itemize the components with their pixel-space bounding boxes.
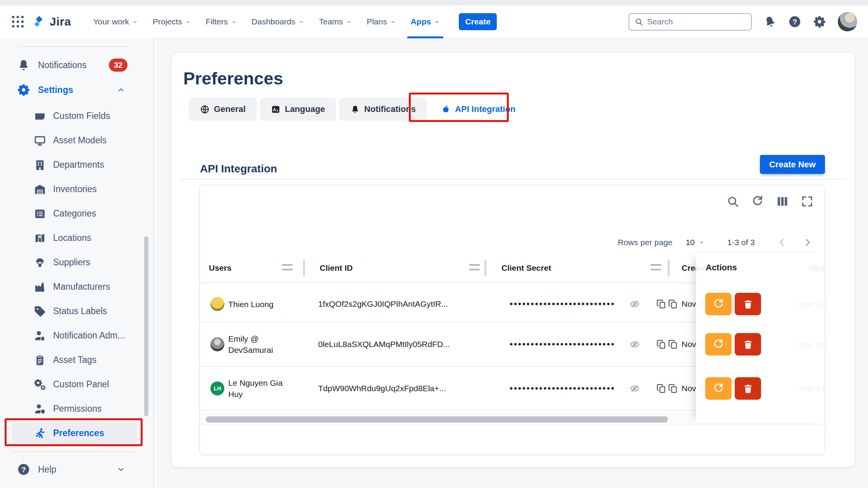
nav-item-apps[interactable]: Apps bbox=[403, 5, 448, 38]
nav-item-plans[interactable]: Plans bbox=[359, 5, 403, 38]
sidebar-item-notifications[interactable]: Notifications 32 bbox=[12, 54, 137, 76]
sidebar-item-manufacturers[interactable]: Manufacturers bbox=[12, 275, 137, 299]
sidebar-item-locations[interactable]: Locations bbox=[12, 226, 137, 250]
translate-icon: Az bbox=[271, 105, 281, 114]
app-switcher-icon[interactable] bbox=[11, 15, 25, 29]
delete-key-button[interactable] bbox=[735, 293, 761, 315]
column-header-client-secret[interactable]: Client Secret bbox=[501, 253, 551, 282]
sidebar-scrollbar[interactable] bbox=[144, 236, 148, 416]
client-id-value: 0leLuL8aSXQLAMqPMtIly05RdFD... bbox=[318, 340, 450, 349]
chevron-down-icon bbox=[298, 19, 304, 25]
sidebar-item-permissions[interactable]: Permissions bbox=[12, 397, 137, 421]
chevron-down-icon bbox=[434, 19, 440, 25]
eye-off-icon[interactable] bbox=[629, 299, 640, 309]
settings-gear-icon[interactable] bbox=[813, 15, 826, 28]
help-icon[interactable]: ? bbox=[788, 15, 801, 28]
view-columns-icon[interactable] bbox=[776, 195, 789, 208]
column-drag-handle-icon[interactable] bbox=[651, 264, 661, 270]
sidebar-item-custom-fields[interactable]: Custom Fields bbox=[12, 104, 137, 128]
tab-language[interactable]: Az Language bbox=[260, 98, 336, 120]
column-header-client-id[interactable]: Client ID bbox=[320, 253, 353, 282]
column-header-users[interactable]: Users bbox=[209, 253, 231, 282]
copy-client-secret-icon[interactable] bbox=[656, 299, 666, 309]
regenerate-key-button[interactable] bbox=[705, 333, 732, 356]
regenerate-key-button[interactable] bbox=[705, 293, 732, 315]
column-drag-handle-icon[interactable] bbox=[282, 264, 293, 270]
window-top-strip bbox=[0, 0, 868, 5]
copy-client-id-icon[interactable] bbox=[668, 339, 678, 349]
tab-api-integration[interactable]: API Integration bbox=[430, 98, 526, 120]
sidebar-item-notification-admins[interactable]: Notification Adm... bbox=[12, 323, 137, 348]
chevron-up-icon bbox=[114, 83, 127, 96]
search-input[interactable] bbox=[647, 17, 746, 26]
nav-item-your-work[interactable]: Your work bbox=[86, 5, 145, 38]
delete-key-button[interactable] bbox=[735, 333, 761, 356]
client-secret-mask: ••••••••••••••••••••••••• bbox=[510, 383, 615, 394]
create-button[interactable]: Create bbox=[459, 13, 497, 30]
fullscreen-icon[interactable] bbox=[801, 195, 814, 208]
jira-logo-icon bbox=[32, 14, 46, 29]
row-actions bbox=[705, 333, 761, 356]
navbar-right: ? bbox=[629, 12, 857, 31]
sidebar-item-suppliers[interactable]: Suppliers bbox=[12, 250, 137, 275]
jira-logo[interactable]: Jira bbox=[32, 14, 71, 29]
copy-client-id-icon[interactable] bbox=[668, 299, 678, 309]
next-page-icon[interactable] bbox=[802, 237, 813, 248]
monitor-icon bbox=[34, 134, 46, 147]
sidebar-item-inventories[interactable]: Inventories bbox=[12, 177, 137, 201]
column-header-actions: Actions bbox=[706, 263, 737, 273]
global-search[interactable] bbox=[629, 13, 752, 31]
table-toolbar bbox=[726, 195, 814, 208]
preferences-tabs: General Az Language Notifications API In… bbox=[189, 98, 527, 120]
search-icon[interactable] bbox=[726, 195, 739, 208]
refresh-icon[interactable] bbox=[751, 195, 764, 208]
sidebar-item-preferences[interactable]: Preferences bbox=[12, 421, 137, 445]
building-icon bbox=[34, 159, 46, 171]
app-root: Jira Your work Projects Filters Dashboar… bbox=[0, 0, 868, 488]
sidebar-item-settings[interactable]: Settings bbox=[12, 79, 137, 101]
sidebar-item-asset-models[interactable]: Asset Models bbox=[12, 128, 137, 153]
notifications-bell-icon[interactable] bbox=[763, 15, 777, 28]
person-shield-icon bbox=[34, 403, 46, 415]
sidebar-item-departments[interactable]: Departments bbox=[12, 153, 137, 177]
tab-notifications[interactable]: Notifications bbox=[339, 98, 427, 120]
page-title: Preferences bbox=[183, 69, 283, 89]
tab-general[interactable]: General bbox=[189, 98, 257, 120]
regenerate-key-button[interactable] bbox=[705, 377, 732, 400]
previous-page-icon[interactable] bbox=[777, 237, 787, 248]
horizontal-scrollbar-thumb[interactable] bbox=[206, 416, 668, 423]
nav-item-dashboards[interactable]: Dashboards bbox=[244, 5, 312, 38]
nav-item-projects[interactable]: Projects bbox=[145, 5, 198, 38]
nav-item-teams[interactable]: Teams bbox=[312, 5, 359, 38]
column-drag-handle-icon[interactable] bbox=[469, 264, 480, 270]
sidebar-item-status-labels[interactable]: Status Labels bbox=[12, 299, 137, 323]
sidebar-item-asset-tags[interactable]: Asset Tags bbox=[12, 348, 137, 372]
rows-per-page-select[interactable]: 10 bbox=[685, 238, 704, 247]
delete-key-button[interactable] bbox=[735, 377, 761, 400]
nav-item-filters[interactable]: Filters bbox=[198, 5, 244, 38]
copy-client-secret-icon[interactable] bbox=[656, 383, 666, 393]
actions-pinned-column: Actions bbox=[696, 253, 825, 423]
sidebar-item-categories[interactable]: Categories bbox=[12, 201, 137, 226]
copy-client-secret-icon[interactable] bbox=[656, 339, 666, 349]
sidebar-divider bbox=[19, 46, 128, 47]
user-avatar[interactable] bbox=[838, 12, 857, 31]
list-icon bbox=[34, 208, 46, 220]
chevron-down-icon bbox=[390, 19, 396, 25]
rows-per-page-label: Rows per page bbox=[618, 238, 672, 247]
eye-off-icon[interactable] bbox=[629, 339, 640, 350]
sidebar-divider bbox=[12, 451, 136, 452]
column-divider[interactable] bbox=[668, 259, 670, 277]
gear-icon bbox=[17, 83, 30, 96]
sidebar-item-help[interactable]: ? Help bbox=[12, 459, 137, 480]
column-divider[interactable] bbox=[303, 259, 305, 277]
eye-off-icon[interactable] bbox=[629, 383, 640, 394]
user-name: Thien Luong bbox=[228, 298, 312, 309]
column-divider[interactable] bbox=[484, 259, 486, 277]
preferences-panel: Preferences General Az Language Notifica… bbox=[172, 53, 854, 467]
create-new-button[interactable]: Create New bbox=[760, 155, 825, 174]
copy-client-id-icon[interactable] bbox=[668, 383, 678, 393]
trash-icon bbox=[743, 339, 753, 350]
api-table-card: Rows per page 10 1-3 of 3 Users Client I… bbox=[199, 185, 825, 455]
sidebar-item-custom-panel[interactable]: Custom Panel bbox=[12, 372, 137, 397]
